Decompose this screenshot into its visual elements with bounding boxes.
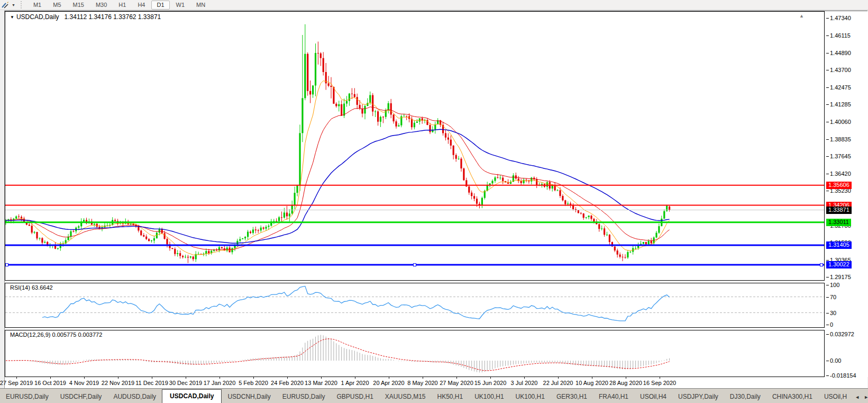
- date-tick: [524, 377, 525, 379]
- date-tick: [660, 377, 660, 379]
- rsi-tick-70: 70: [830, 294, 836, 300]
- timeframe-button-h4[interactable]: H4: [132, 1, 150, 10]
- hline-price-label-1.35606: 1.35606: [826, 182, 852, 189]
- date-label-19: 16 Sep 2020: [643, 380, 676, 386]
- date-label-4: 11 Dec 2019: [135, 380, 168, 386]
- price-tick-1.43700: 1.43700: [830, 67, 851, 73]
- rsi-tick-100: 100: [830, 282, 839, 288]
- price-tick-1.36420: 1.36420: [830, 171, 851, 177]
- price-tick-1.42475: 1.42475: [830, 84, 851, 91]
- price-tick-1.44890: 1.44890: [830, 50, 851, 56]
- date-label-3: 22 Nov 2019: [102, 380, 134, 386]
- timeframe-button-d1[interactable]: D1: [151, 1, 169, 10]
- tab-hk50-8[interactable]: HK50,H1: [432, 390, 469, 403]
- price-tick-1.46115: 1.46115: [830, 32, 851, 39]
- price-tick-1.47340: 1.47340: [830, 15, 851, 21]
- tab-ger30-11[interactable]: GER30,H1: [551, 390, 593, 403]
- tab-usoil-13[interactable]: USOil,H4: [634, 390, 672, 403]
- tab-usdcnh-4[interactable]: USDCNH,Daily: [222, 390, 276, 403]
- rsi-tick-0: 0: [830, 321, 833, 328]
- chart-title-row: ▼USDCAD,Daily1.34112 1.34176 1.33762 1.3…: [10, 13, 161, 21]
- date-label-18: 28 Aug 2020: [609, 380, 642, 386]
- tab-audusd-2[interactable]: AUDUSD,Daily: [107, 390, 162, 403]
- date-label-10: 1 Apr 2020: [341, 380, 369, 386]
- rsi-chart-canvas[interactable]: [5, 283, 825, 328]
- date-tick: [186, 377, 186, 379]
- date-tick: [220, 377, 220, 379]
- date-tick: [490, 377, 491, 379]
- tab-usdchf-1[interactable]: USDCHF,Daily: [54, 390, 108, 403]
- chart-tool-icon[interactable]: [1, 1, 12, 8]
- price-axis[interactable]: 1.473401.461151.448901.437001.424751.412…: [825, 11, 868, 377]
- macd-pane[interactable]: MACD(12,26,9) 0.005775 0.003772: [5, 330, 825, 377]
- tab-gbpusd-6[interactable]: GBPUSD,H1: [331, 390, 379, 403]
- chevron-down-icon[interactable]: ▼: [12, 3, 15, 7]
- macd-tick-0.032972: 0.032972: [830, 331, 854, 337]
- svg-text:▲: ▲: [799, 13, 804, 19]
- rsi-pane[interactable]: RSI(14) 63.6642: [5, 283, 825, 328]
- current-price-label: 1.33871: [826, 207, 852, 214]
- timeframe-button-w1[interactable]: W1: [171, 1, 190, 10]
- time-axis[interactable]: 27 Sep 201916 Oct 20194 Nov 201922 Nov 2…: [5, 377, 825, 389]
- price-tick-1.40060: 1.40060: [830, 119, 851, 125]
- tab-usdjpy-14[interactable]: USDJPY,Daily: [672, 390, 724, 403]
- mt4-application: ▼ M1M5M15M30H1H4D1W1MN ▼USDCAD,Daily1.34…: [0, 0, 868, 403]
- tab-scroll-buttons: ◄►: [853, 395, 868, 403]
- macd-tick--0.018154: -0.018154: [830, 372, 856, 379]
- timeframe-button-m15[interactable]: M15: [68, 1, 89, 10]
- price-tick-1.41285: 1.41285: [830, 101, 851, 108]
- rsi-tick-30: 30: [830, 310, 836, 316]
- symbol-tab-bar: EURUSD,DailyUSDCHF,DailyAUDUSD,DailyUSDC…: [0, 388, 868, 403]
- macd-tick-0.00: 0.00: [830, 357, 841, 364]
- date-label-14: 15 Jun 2020: [474, 380, 507, 386]
- tab-uk100-9[interactable]: UK100,H1: [469, 390, 509, 403]
- chart-title: USDCAD,Daily: [16, 13, 59, 21]
- tab-usdcad-3[interactable]: USDCAD,Daily: [162, 389, 222, 403]
- rsi-label: RSI(14) 63.6642: [10, 284, 53, 291]
- date-tick: [84, 377, 85, 379]
- symbol-dropdown-icon[interactable]: ▼: [10, 15, 14, 20]
- date-label-0: 27 Sep 2019: [0, 380, 33, 386]
- timeframe-button-m1[interactable]: M1: [28, 1, 47, 10]
- tab-xauusd-7[interactable]: XAUUSD,M15: [379, 390, 432, 403]
- date-tick: [152, 377, 152, 379]
- date-label-15: 3 Jul 2020: [511, 380, 538, 386]
- tab-scroll-left-icon[interactable]: ◄: [855, 395, 860, 400]
- date-tick: [253, 377, 254, 379]
- tab-uk100-10[interactable]: UK100,H1: [510, 390, 551, 403]
- date-tick: [423, 377, 423, 379]
- timeframe-toolbar: ▼ M1M5M15M30H1H4D1W1MN: [0, 0, 868, 10]
- date-tick: [592, 377, 592, 379]
- timeframe-button-h1[interactable]: H1: [113, 1, 131, 10]
- date-label-11: 20 Apr 2020: [373, 380, 404, 386]
- tab-eurusd-0[interactable]: EURUSD,Daily: [0, 390, 54, 403]
- macd-label: MACD(12,26,9) 0.005775 0.003772: [10, 332, 102, 338]
- date-tick: [50, 377, 51, 379]
- timeframe-button-mn[interactable]: MN: [191, 1, 211, 10]
- tab-usoil-17[interactable]: USOil,H: [818, 390, 853, 403]
- date-tick: [355, 377, 355, 379]
- price-chart-canvas[interactable]: ▲: [5, 11, 825, 281]
- date-label-12: 8 May 2020: [407, 380, 437, 386]
- date-label-8: 24 Feb 2020: [271, 380, 304, 386]
- hline-price-label-1.33011: 1.33011: [826, 219, 851, 226]
- date-tick: [626, 377, 626, 379]
- main-price-pane[interactable]: ▼USDCAD,Daily1.34112 1.34176 1.33762 1.3…: [5, 11, 825, 281]
- hline-price-label-1.30022: 1.30022: [826, 261, 852, 268]
- timeframe-group: M1M5M15M30H1H4D1W1MN: [28, 1, 211, 10]
- tab-eurusd-5[interactable]: EURUSD,Daily: [277, 390, 331, 403]
- tab-scroll-right-icon[interactable]: ►: [864, 395, 868, 400]
- date-label-2: 4 Nov 2019: [69, 380, 99, 386]
- tab-china300-16[interactable]: CHINA300,H1: [766, 390, 818, 403]
- date-label-6: 17 Jan 2020: [204, 380, 236, 386]
- macd-chart-canvas[interactable]: [5, 330, 825, 377]
- timeframe-button-m30[interactable]: M30: [90, 1, 112, 10]
- tab-dj30-15[interactable]: DJ30,Daily: [724, 390, 766, 403]
- tab-fra40-12[interactable]: FRA40,H1: [593, 390, 634, 403]
- date-tick: [16, 377, 17, 379]
- timeframe-button-m5[interactable]: M5: [48, 1, 66, 10]
- date-tick: [558, 377, 559, 379]
- date-label-5: 30 Dec 2019: [169, 380, 202, 386]
- toolbar-separator: [21, 1, 23, 8]
- date-tick: [287, 377, 288, 379]
